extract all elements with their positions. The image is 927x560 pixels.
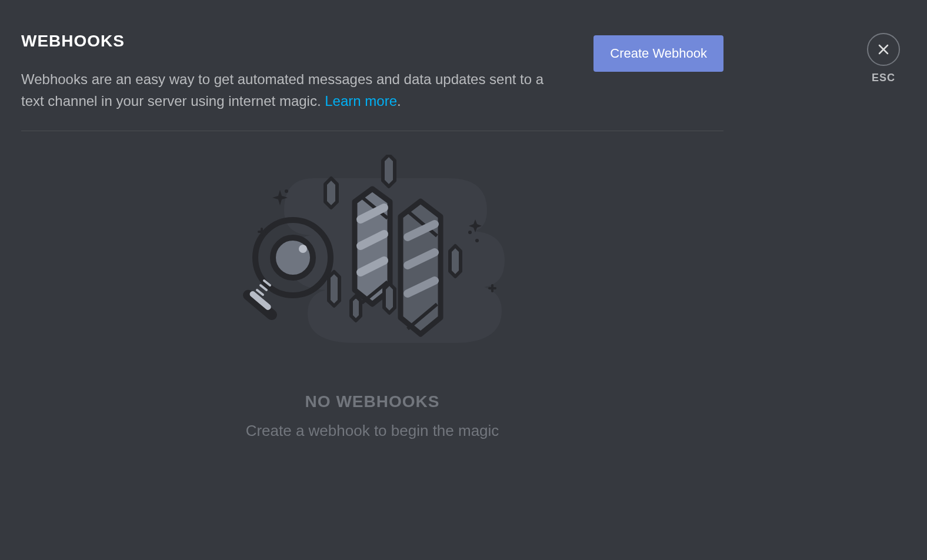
learn-more-link[interactable]: Learn more (325, 93, 397, 109)
close-column: ESC (866, 33, 901, 84)
page-description: Webhooks are an easy way to get automate… (21, 68, 551, 112)
svg-rect-18 (258, 231, 266, 233)
esc-label: ESC (872, 72, 895, 84)
svg-point-1 (273, 238, 313, 278)
svg-point-14 (285, 189, 288, 193)
svg-line-7 (257, 290, 263, 295)
empty-state-title: NO WEBHOOKS (305, 392, 440, 411)
svg-point-2 (299, 245, 307, 253)
close-icon (876, 42, 891, 56)
close-button[interactable] (867, 33, 900, 66)
empty-state-subtitle: Create a webhook to begin the magic (246, 422, 499, 440)
svg-rect-20 (488, 287, 496, 289)
svg-point-16 (468, 231, 472, 234)
page-header: WEBHOOKS Webhooks are an easy way to get… (21, 32, 723, 131)
page-title: WEBHOOKS (21, 32, 551, 51)
header-text-block: WEBHOOKS Webhooks are an easy way to get… (21, 32, 551, 112)
svg-point-15 (475, 239, 479, 242)
create-webhook-button[interactable]: Create Webhook (593, 35, 723, 72)
description-text: Webhooks are an easy way to get automate… (21, 71, 543, 109)
webhooks-empty-illustration (237, 155, 508, 361)
description-suffix: . (397, 93, 401, 109)
empty-state: NO WEBHOOKS Create a webhook to begin th… (21, 131, 723, 440)
